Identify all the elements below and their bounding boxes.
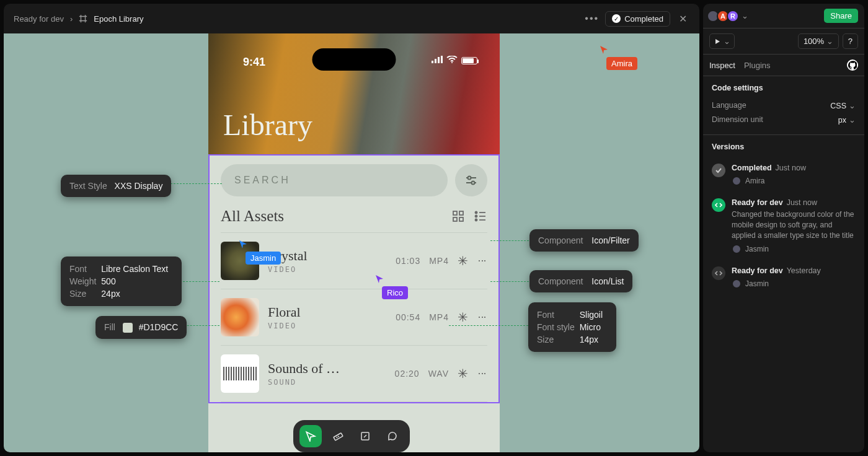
code-settings-section: Code settings Language CSS ⌄ Dimension u… (703, 76, 864, 135)
statusbar-icons (432, 56, 477, 65)
svg-rect-0 (432, 61, 433, 63)
asset-thumbnail (221, 298, 259, 336)
item-menu-button[interactable]: ⋮ (477, 256, 487, 266)
tooltip-font-2: FontSligoil Font styleMicro Size14px (528, 302, 616, 352)
section-heading: Versions (712, 142, 856, 151)
asset-thumbnail (221, 354, 259, 393)
canvas-header: Ready for dev › Epoch Library ••• ✓ Comp… (4, 4, 699, 33)
svg-rect-3 (441, 56, 443, 63)
star-icon[interactable]: ✳ (458, 253, 469, 268)
filter-button[interactable] (455, 164, 487, 196)
wifi-icon (446, 56, 458, 65)
measure-tool-button[interactable] (327, 425, 349, 447)
chevron-down-icon[interactable]: ⌄ (742, 11, 748, 20)
svg-point-17 (476, 219, 477, 221)
asset-name: Floral (268, 304, 396, 320)
version-item[interactable]: Ready for devYesterday Jasmin (712, 260, 856, 295)
comment-tool-button[interactable] (381, 425, 404, 447)
star-icon[interactable]: ✳ (458, 366, 469, 381)
svg-rect-12 (459, 217, 463, 221)
asset-kind: VIDEO (268, 322, 396, 330)
zoom-select[interactable]: 100% ⌄ (798, 33, 839, 49)
cursor-rico: Rico (374, 274, 408, 299)
tooltip-fill: Fill #D1D9CC (95, 316, 187, 339)
frame-icon (79, 14, 87, 23)
design-canvas[interactable]: Text Style XXS Display FontLibre Caslon … (4, 33, 699, 452)
tooltip-component-filter: Component Icon/Filter (529, 229, 639, 252)
version-item[interactable]: CompletedJust now Amira (712, 157, 856, 192)
check-icon (712, 164, 725, 177)
github-icon[interactable] (847, 59, 858, 71)
section-heading: Code settings (712, 84, 856, 92)
version-item[interactable]: Ready for devJust now Changed the backgr… (712, 192, 856, 260)
item-menu-button[interactable]: ⋮ (477, 369, 487, 379)
setting-label: Dimension unit (712, 115, 763, 125)
hero-image: 9:41 Library (208, 33, 500, 154)
language-select[interactable]: CSS ⌄ (830, 101, 856, 110)
avatar-stack[interactable]: A R (709, 10, 739, 22)
cursor-jasmin: Jasmin (238, 239, 281, 265)
asset-duration: 02:20 (395, 369, 420, 379)
inspector-panel: A R ⌄ Share ⌄ 100% ⌄ ? Inspect Plugins C… (703, 4, 864, 452)
svg-rect-11 (453, 217, 457, 221)
tab-plugins[interactable]: Plugins (744, 61, 771, 70)
svg-rect-2 (438, 57, 440, 63)
statusbar-time: 9:41 (243, 56, 265, 69)
svg-point-8 (472, 182, 475, 185)
battery-icon (461, 57, 477, 64)
svg-line-21 (338, 436, 339, 437)
star-icon[interactable]: ✳ (458, 310, 469, 325)
breadcrumb-parent[interactable]: Ready for dev (14, 14, 64, 24)
fill-swatch (123, 323, 133, 333)
dev-icon (712, 198, 725, 212)
canvas-panel: Ready for dev › Epoch Library ••• ✓ Comp… (4, 4, 699, 452)
asset-name: Crystal (268, 248, 396, 264)
status-label: Completed (624, 14, 663, 24)
device-notch (312, 48, 396, 71)
svg-rect-1 (435, 59, 436, 63)
asset-item[interactable]: Floral VIDEO 00:54 MP4 ✳ ⋮ (221, 289, 487, 346)
check-icon: ✓ (612, 14, 621, 23)
item-menu-button[interactable]: ⋮ (477, 313, 487, 322)
select-tool-button[interactable] (299, 425, 322, 447)
unit-select[interactable]: px ⌄ (838, 115, 856, 125)
version-description: Changed the background color of the mobi… (732, 209, 856, 240)
svg-rect-9 (453, 211, 457, 215)
hero-title: Library (223, 108, 312, 142)
search-input[interactable]: SEARCH (221, 164, 448, 196)
share-button[interactable]: Share (824, 9, 858, 23)
asset-kind: SOUND (268, 378, 395, 387)
more-menu-button[interactable]: ••• (585, 13, 599, 24)
list-view-button[interactable] (474, 209, 487, 223)
cursor-amira: Amira (599, 45, 637, 70)
setting-label: Language (712, 101, 746, 110)
annotate-tool-button[interactable] (354, 425, 376, 447)
asset-item[interactable]: Sounds of … SOUND 02:20 WAV ✳ ⋮ (221, 346, 487, 402)
chevron-right-icon: › (70, 14, 73, 24)
asset-format: WAV (428, 369, 449, 379)
svg-line-20 (336, 437, 337, 438)
mobile-body-selected[interactable]: SEARCH All Assets (208, 154, 500, 403)
asset-name: Sounds of … (268, 361, 395, 377)
asset-duration: 01:03 (396, 256, 420, 266)
help-button[interactable]: ? (843, 33, 858, 49)
grid-view-button[interactable] (451, 209, 465, 223)
breadcrumb-current[interactable]: Epoch Library (94, 14, 143, 24)
cellular-icon (432, 56, 443, 65)
tooltip-font-1: FontLibre Caslon Text Weight500 Size24px (61, 256, 182, 306)
versions-section: Versions CompletedJust now Amira Ready f… (703, 135, 864, 302)
floating-toolbar (293, 420, 410, 452)
status-pill[interactable]: ✓ Completed (605, 11, 670, 27)
prototype-play-button[interactable]: ⌄ (709, 33, 735, 49)
tab-inspect[interactable]: Inspect (709, 61, 735, 70)
avatar[interactable]: R (727, 10, 739, 22)
svg-point-4 (451, 62, 453, 63)
section-title: All Assets (221, 208, 284, 225)
close-button[interactable]: ✕ (676, 13, 689, 25)
tooltip-component-list: Component Icon/List (529, 270, 632, 292)
asset-format: MP4 (429, 312, 449, 322)
tooltip-text-style: Text Style XXS Display (61, 175, 171, 197)
asset-duration: 00:54 (396, 312, 420, 322)
chevron-down-icon: ⌄ (724, 37, 730, 46)
svg-rect-10 (459, 211, 463, 215)
